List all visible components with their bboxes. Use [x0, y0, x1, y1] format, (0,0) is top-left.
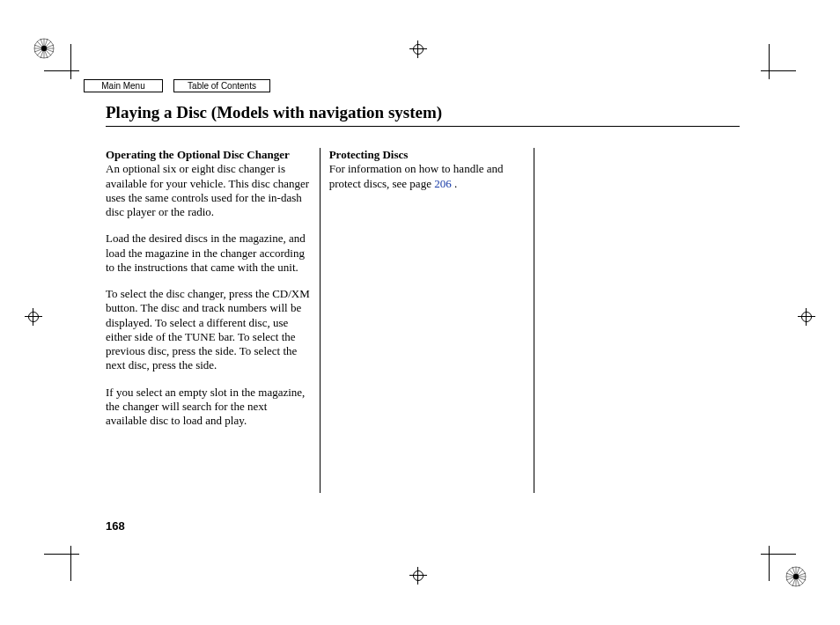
page-link[interactable]: 206 [434, 177, 452, 190]
registration-target-icon [409, 567, 427, 585]
svg-point-19 [793, 574, 799, 579]
page-content: Main Menu Table of Contents Playing a Di… [106, 79, 740, 493]
body-text: If you select an empty slot in the magaz… [106, 386, 311, 429]
column-3 [534, 148, 740, 493]
body-text: For information on how to handle and pro… [329, 162, 504, 189]
column-2: Protecting Discs For information on how … [320, 148, 534, 493]
svg-point-9 [41, 46, 47, 51]
body-text: An optional six or eight disc changer is… [106, 162, 309, 218]
body-text: To select the disc changer, press the CD… [106, 287, 311, 373]
main-menu-button[interactable]: Main Menu [84, 79, 163, 92]
body-text: . [452, 177, 458, 190]
page-number: 168 [106, 519, 125, 533]
table-of-contents-button[interactable]: Table of Contents [173, 79, 270, 92]
rosette-icon [785, 566, 807, 587]
registration-target-icon [409, 40, 427, 58]
title-rule [106, 126, 740, 127]
column-1: Operating the Optional Disc Changer An o… [106, 148, 320, 493]
page-title: Playing a Disc (Models with navigation s… [106, 103, 740, 122]
registration-target-icon [25, 308, 42, 326]
rosette-icon [33, 38, 55, 59]
body-text: Load the desired discs in the magazine, … [106, 232, 311, 275]
nav-buttons: Main Menu Table of Contents [84, 79, 740, 92]
section-heading: Operating the Optional Disc Changer [106, 148, 290, 161]
registration-target-icon [798, 308, 815, 326]
section-heading: Protecting Discs [329, 148, 409, 161]
